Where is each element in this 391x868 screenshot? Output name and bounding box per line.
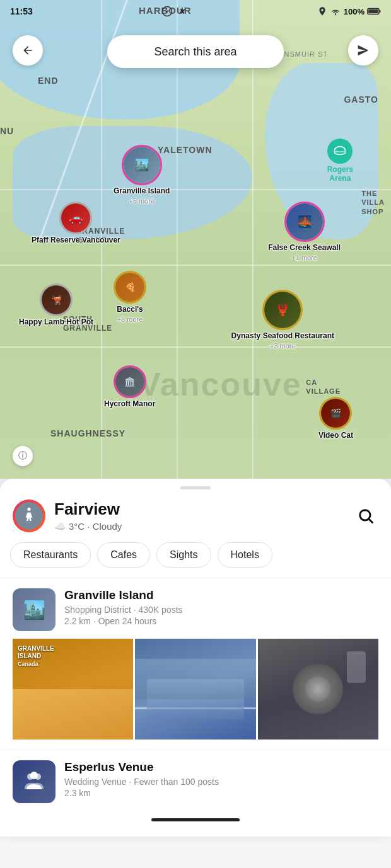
location-name: Fairview	[54, 500, 344, 519]
rogers-arena-label: RogersArena	[327, 165, 353, 183]
esperlus-info: Esperlus Venue Wedding Venue · Fewer tha…	[64, 760, 378, 798]
hycroft-photo: 🏛️	[114, 365, 146, 398]
location-avatar	[13, 500, 45, 532]
street-h2	[0, 265, 391, 266]
baccis-pin[interactable]: 🍕 Bacci's+8 more	[114, 271, 146, 324]
dynasty-pin[interactable]: 🦞 Dynasty Seafood Restaurant+3 more	[231, 290, 334, 351]
map-search-bar[interactable]: Search this area	[107, 35, 284, 68]
time-display: 11:53	[10, 6, 33, 16]
tab-hotels[interactable]: Hotels	[218, 542, 272, 568]
location-icon	[317, 6, 327, 16]
granville-island-type: Shopping District · 430K posts	[64, 605, 378, 615]
back-arrow-icon	[21, 44, 34, 57]
arena-icon	[333, 144, 347, 158]
granville-island-info: Granville Island Shopping District · 430…	[64, 588, 378, 626]
tab-sights[interactable]: Sights	[156, 542, 211, 568]
esperlus-thumb-inner	[13, 760, 55, 803]
search-label: Search this area	[154, 45, 236, 59]
video-cat-pin[interactable]: 🎬 Video Cat	[318, 397, 353, 441]
happy-lamb-photo: 🫕	[40, 283, 73, 316]
propeller	[293, 664, 343, 714]
photo-3	[258, 639, 378, 740]
street-v3	[252, 0, 254, 479]
back-button[interactable]	[13, 35, 43, 66]
status-bar: 11:53 100%	[0, 0, 391, 23]
sheet-handle[interactable]	[0, 479, 391, 494]
tab-restaurants[interactable]: Restaurants	[10, 542, 91, 568]
place-header: 🏙️ Granville Island Shopping District · …	[13, 588, 378, 631]
hycroft-label: Hycroft Manor	[104, 399, 155, 409]
esperlus-type: Wedding Venue · Fewer than 100 posts	[64, 777, 378, 787]
drag-handle	[180, 486, 211, 489]
location-header: Fairview ☁️ 3°C · Cloudy	[0, 494, 391, 542]
street-v2	[177, 0, 178, 479]
happy-lamb-label: Happy Lamb Hot Pot	[19, 317, 93, 328]
category-tabs: Restaurants Cafes Sights Hotels	[0, 542, 391, 578]
person-icon	[19, 506, 39, 526]
fan-icon	[177, 6, 188, 17]
dynasty-label: Dynasty Seafood Restaurant+3 more	[231, 331, 334, 351]
photo-cell-2[interactable]	[135, 639, 255, 740]
battery-indicator: 100%	[317, 6, 381, 16]
svg-line-9	[369, 519, 372, 522]
home-indicator	[0, 813, 391, 824]
nav-arrow-icon	[357, 44, 370, 57]
info-icon: ⓘ	[18, 450, 27, 462]
esperlus-details: 2.3 km	[64, 788, 378, 798]
pfaff-reserve-pin[interactable]: 🚗 Pfaff Reserve Vancouver	[32, 202, 120, 246]
search-button[interactable]	[353, 503, 378, 528]
pfaff-reserve-label: Pfaff Reserve Vancouver	[32, 236, 120, 246]
check-icon	[161, 6, 173, 17]
svg-rect-3	[368, 9, 378, 13]
granville-island-photo-grid[interactable]: GRANVILLEISLANDCanada	[13, 639, 378, 740]
esperlus-venue-card[interactable]: Esperlus Venue Wedding Venue · Fewer tha…	[0, 750, 391, 813]
photo-2	[135, 639, 255, 740]
map-info-button[interactable]: ⓘ	[13, 446, 33, 466]
photo-cell-1[interactable]: GRANVILLEISLANDCanada	[13, 639, 133, 740]
esperlus-thumb	[13, 760, 55, 803]
baccis-label: Bacci's+8 more	[117, 305, 143, 324]
svg-point-7	[27, 508, 30, 511]
svg-point-12	[30, 772, 38, 779]
granville-island-name: Granville Island	[64, 588, 378, 603]
granville-sign-text: GRANVILLEISLANDCanada	[18, 645, 54, 668]
video-cat-label: Video Cat	[318, 431, 353, 441]
granville-island-card[interactable]: 🏙️ Granville Island Shopping District · …	[0, 578, 391, 750]
gear-shape	[347, 651, 366, 683]
video-cat-photo: 🎬	[319, 397, 352, 430]
dynasty-photo: 🦞	[262, 290, 303, 330]
hycroft-pin[interactable]: 🏛️ Hycroft Manor	[104, 365, 155, 409]
bottom-sheet: Fairview ☁️ 3°C · Cloudy Restaurants Caf…	[0, 479, 391, 837]
wifi-icon	[330, 7, 341, 16]
person-yellow-jacket	[13, 689, 133, 740]
pfaff-reserve-photo: 🚗	[59, 202, 92, 234]
map-view[interactable]: HARBOUR YALETOWN GASTO GRANVILLEISLAND S…	[0, 0, 391, 479]
granville-island-thumb: 🏙️	[13, 588, 55, 631]
search-icon	[357, 507, 375, 525]
weather-icon: ☁️	[54, 521, 66, 532]
weather-text: 3°C · Cloudy	[69, 521, 122, 532]
granville-island-photo: 🏙️	[122, 145, 162, 185]
group-icon	[21, 769, 47, 794]
rogers-arena-pin[interactable]: RogersArena	[327, 139, 353, 183]
photo-cell-3[interactable]	[258, 639, 378, 740]
granville-island-pin-label: Granville Island+5 more	[114, 186, 170, 206]
false-creek-photo: 🌉	[284, 202, 325, 242]
false-creek-label: False Creek Seawall+1 more	[268, 243, 341, 263]
location-info: Fairview ☁️ 3°C · Cloudy	[54, 500, 344, 532]
status-icons	[161, 6, 188, 17]
tab-cafes[interactable]: Cafes	[97, 542, 150, 568]
false-creek-pin[interactable]: 🌉 False Creek Seawall+1 more	[268, 202, 341, 263]
location-avatar-photo	[15, 502, 43, 530]
rogers-arena-icon	[327, 139, 353, 164]
happy-lamb-pin[interactable]: 🫕 Happy Lamb Hot Pot	[19, 283, 93, 328]
granville-island-pin[interactable]: 🏙️ Granville Island+5 more	[114, 145, 170, 206]
propeller-hub	[305, 677, 330, 702]
svg-rect-4	[380, 10, 380, 13]
granville-island-thumb-inner: 🏙️	[13, 588, 55, 631]
home-bar	[151, 818, 240, 821]
navigation-button[interactable]	[348, 35, 378, 66]
location-weather: ☁️ 3°C · Cloudy	[54, 521, 344, 532]
photo-1: GRANVILLEISLANDCanada	[13, 639, 133, 740]
granville-island-details: 2.2 km · Open 24 hours	[64, 616, 378, 626]
